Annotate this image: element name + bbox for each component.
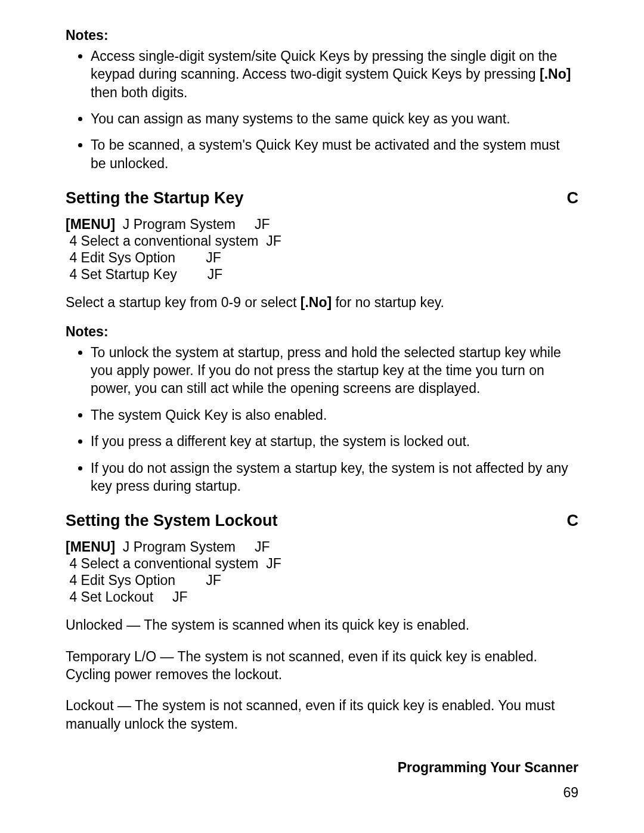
list-item: The system Quick Key is also enabled.: [91, 406, 578, 424]
step-suffix: JF: [236, 216, 270, 232]
step-suffix: JF: [236, 539, 270, 555]
menu-line: [MENU] J Program System JF: [66, 216, 578, 233]
definition-lockout: Lockout — The system is not scanned, eve…: [66, 696, 578, 733]
note-bold: [.No]: [540, 66, 571, 82]
step-text: Edit Sys Option: [81, 250, 176, 265]
notes-list-2: To unlock the system at startup, press a…: [66, 343, 578, 496]
list-item: If you press a different key at startup,…: [91, 432, 578, 450]
step-suffix: JF: [175, 250, 221, 265]
menu-line: 4 Edit Sys Option JF: [66, 572, 578, 589]
step-suffix: JF: [258, 556, 281, 571]
step-suffix: JF: [153, 589, 188, 605]
list-item: If you do not assign the system a startu…: [91, 459, 578, 496]
menu-line: 4 Set Startup Key JF: [66, 266, 578, 283]
note-text: You can assign as many systems to the sa…: [91, 111, 510, 126]
paragraph: Select a startup key from 0-9 or select …: [66, 293, 578, 311]
menu-line: 4 Edit Sys Option JF: [66, 249, 578, 266]
section-title: Setting the Startup Key: [66, 189, 244, 208]
step-text: J Program System: [123, 216, 236, 232]
menu-steps-1: [MENU] J Program System JF 4 Select a co…: [66, 216, 578, 283]
list-item: To be scanned, a system's Quick Key must…: [91, 136, 578, 172]
list-item: You can assign as many systems to the sa…: [91, 110, 578, 128]
step-text: J Program System: [123, 539, 236, 555]
footer-chapter-title: Programming Your Scanner: [398, 760, 578, 776]
step-text: [115, 539, 123, 555]
menu-button-label: [MENU]: [66, 216, 115, 232]
step-suffix: JF: [175, 572, 221, 588]
para-bold: [.No]: [301, 295, 332, 310]
list-item: Access single-digit system/site Quick Ke…: [91, 47, 578, 101]
para-text: Select a startup key from 0-9 or select: [66, 295, 301, 310]
step-prefix: 4: [69, 233, 80, 249]
menu-line: [MENU] J Program System JF: [66, 538, 578, 555]
step-text: Set Lockout: [81, 589, 153, 605]
note-text: To be scanned, a system's Quick Key must…: [91, 137, 560, 171]
menu-line: 4 Select a conventional system JF: [66, 233, 578, 249]
list-item: To unlock the system at startup, press a…: [91, 343, 578, 398]
section-marker: C: [567, 512, 579, 530]
step-text: Select a conventional system: [81, 233, 259, 249]
step-text: Set Startup Key: [81, 267, 177, 282]
step-text: [115, 216, 123, 232]
notes-heading-2: Notes:: [66, 324, 578, 340]
step-prefix: 4: [69, 267, 80, 282]
menu-steps-2: [MENU] J Program System JF 4 Select a co…: [66, 538, 578, 605]
menu-line: 4 Select a conventional system JF: [66, 555, 578, 572]
step-prefix: 4: [69, 556, 80, 571]
menu-button-label: [MENU]: [66, 539, 115, 555]
step-prefix: 4: [69, 250, 80, 265]
note-text: Access single-digit system/site Quick Ke…: [91, 48, 557, 82]
step-text: Edit Sys Option: [81, 572, 176, 588]
section-title: Setting the System Lockout: [66, 512, 278, 530]
step-text: Select a conventional system: [81, 556, 259, 571]
step-suffix: JF: [258, 233, 281, 249]
notes-list-1: Access single-digit system/site Quick Ke…: [66, 47, 578, 172]
page-number: 69: [563, 785, 578, 801]
step-prefix: 4: [69, 589, 80, 605]
section-heading-system-lockout: Setting the System Lockout C: [66, 512, 578, 530]
step-suffix: JF: [177, 267, 223, 282]
definition-unlocked: Unlocked — The system is scanned when it…: [66, 616, 578, 634]
para-text: for no startup key.: [332, 295, 444, 310]
menu-line: 4 Set Lockout JF: [66, 589, 578, 605]
notes-heading-1: Notes:: [66, 27, 578, 44]
note-text: then both digits.: [91, 85, 187, 100]
definition-temporary-lo: Temporary L/O — The system is not scanne…: [66, 648, 578, 684]
section-marker: C: [567, 189, 579, 208]
section-heading-startup-key: Setting the Startup Key C: [66, 189, 578, 208]
step-prefix: 4: [69, 572, 80, 588]
